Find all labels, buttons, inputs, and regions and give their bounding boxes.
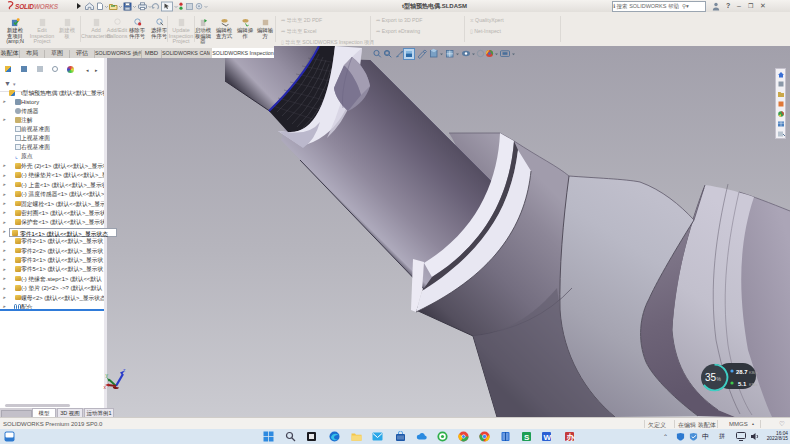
svg-text:SOLIDWORKS: SOLIDWORKS xyxy=(15,3,59,10)
svg-text:5.1: 5.1 xyxy=(738,381,747,387)
svg-text:S: S xyxy=(524,433,530,442)
svg-text:%: % xyxy=(717,376,722,382)
svg-text:y: y xyxy=(106,372,109,378)
svg-text:办: 办 xyxy=(566,433,576,442)
svg-text:KB/s: KB/s xyxy=(749,370,757,375)
svg-text:W: W xyxy=(544,433,552,442)
svg-text:KB/s: KB/s xyxy=(749,382,757,387)
svg-text:28.7: 28.7 xyxy=(736,369,748,375)
svg-text:z: z xyxy=(123,367,126,373)
svg-text:35: 35 xyxy=(705,372,717,383)
